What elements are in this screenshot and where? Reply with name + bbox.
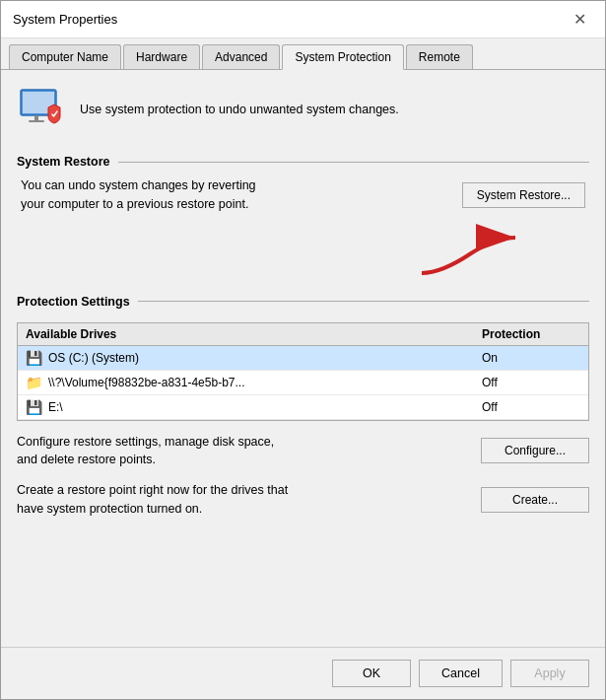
section-divider [118,162,590,163]
cancel-button[interactable]: Cancel [419,660,503,687]
system-protection-icon [17,84,68,135]
tab-remote[interactable]: Remote [406,44,473,69]
create-button[interactable]: Create... [481,487,589,513]
svg-rect-3 [29,120,44,122]
arrow-icon [412,224,530,283]
system-restore-section: System Restore You can undo system chang… [17,155,589,216]
info-text: Use system protection to undo unwanted s… [80,101,399,119]
system-restore-header: System Restore [17,155,589,169]
arrow-area [17,224,589,283]
col-header-drives: Available Drives [26,327,482,341]
configure-description: Configure restore settings, manage disk … [17,433,471,470]
system-restore-box: You can undo system changes by reverting… [17,175,589,216]
system-restore-button[interactable]: System Restore... [462,182,585,208]
drive-icon-0: 💾 [26,350,42,366]
drive-name-0: 💾 OS (C:) (System) [26,350,482,366]
drive-protection-0: On [482,351,580,365]
section-divider-2 [138,301,589,302]
drive-name-2: 💾 E:\ [26,399,482,415]
configure-button[interactable]: Configure... [481,438,589,463]
tab-system-protection[interactable]: System Protection [282,44,403,70]
tab-hardware[interactable]: Hardware [123,44,200,69]
create-row: Create a restore point right now for the… [17,481,589,519]
content-area: Use system protection to undo unwanted s… [1,70,605,647]
protection-settings-section: Protection Settings Available Drives Pro… [17,295,589,519]
drive-icon-2: 💾 [26,399,42,415]
table-header: Available Drives Protection [18,323,588,346]
create-description: Create a restore point right now for the… [17,481,471,519]
tab-bar: Computer Name Hardware Advanced System P… [1,38,605,70]
protection-settings-header: Protection Settings [17,295,589,309]
apply-button[interactable]: Apply [510,660,589,687]
drives-table: Available Drives Protection 💾 OS (C:) (S… [17,322,589,421]
footer: OK Cancel Apply [1,647,605,699]
drive-protection-1: Off [482,376,580,389]
window-title: System Properties [13,12,117,27]
drive-name-1: 📁 \\?\Volume{f98832be-a831-4e5b-b7... [26,375,482,390]
table-row[interactable]: 📁 \\?\Volume{f98832be-a831-4e5b-b7... Of… [18,371,588,395]
drive-protection-2: Off [482,400,580,414]
close-button[interactable]: ✕ [566,6,593,34]
tab-advanced[interactable]: Advanced [202,44,280,69]
table-row[interactable]: 💾 E:\ Off [18,395,588,420]
configure-row: Configure restore settings, manage disk … [17,433,589,470]
ok-button[interactable]: OK [332,660,411,687]
title-bar: System Properties ✕ [1,1,605,38]
tab-computer-name[interactable]: Computer Name [9,44,121,69]
protection-settings-title: Protection Settings [17,295,130,309]
system-restore-description: You can undo system changes by reverting… [21,176,450,214]
system-properties-window: System Properties ✕ Computer Name Hardwa… [0,0,606,700]
drive-icon-1: 📁 [26,375,42,390]
info-section: Use system protection to undo unwanted s… [17,84,589,143]
col-header-protection: Protection [482,327,580,341]
table-row[interactable]: 💾 OS (C:) (System) On [18,346,588,371]
system-restore-title: System Restore [17,155,110,169]
